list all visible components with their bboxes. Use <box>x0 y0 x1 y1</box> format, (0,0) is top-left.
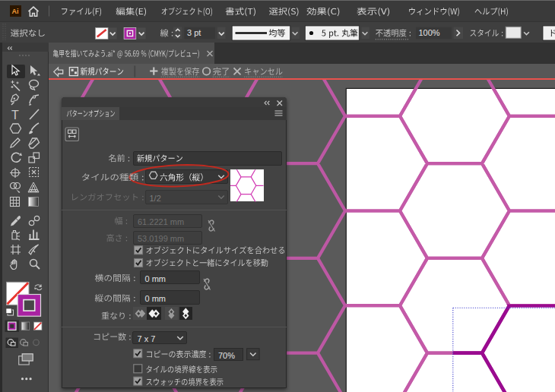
svg-text:100%: 100% <box>419 28 440 37</box>
svg-text:3 pt: 3 pt <box>187 28 201 37</box>
svg-text:T: T <box>11 109 19 122</box>
